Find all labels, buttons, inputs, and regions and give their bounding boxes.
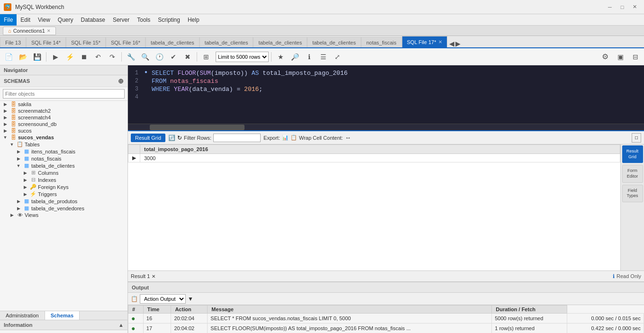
- chevron-icon: ▶: [2, 128, 9, 133]
- schema-name: screensound_db: [18, 121, 56, 127]
- filter-btn[interactable]: 🔎: [288, 50, 301, 63]
- schema-screenmatch2[interactable]: ▶ 🗄 screenmatch2: [0, 108, 127, 114]
- stop-button[interactable]: ⏹: [77, 50, 91, 63]
- doc-tab-8[interactable]: notas_fiscais: [361, 37, 402, 47]
- result-cell-value[interactable]: 3000: [140, 154, 620, 162]
- table-tabela-de-clientes[interactable]: ▼ ▦ tabela_de_clientes: [0, 162, 127, 169]
- output-dropdown-icon[interactable]: ▼: [188, 296, 193, 302]
- menu-database[interactable]: Database: [77, 14, 109, 26]
- result-grid-tab[interactable]: Result Grid: [131, 134, 165, 142]
- menu-view[interactable]: View: [34, 14, 54, 26]
- menu-tools[interactable]: Tools: [133, 14, 154, 26]
- connection-tab-close[interactable]: ✕: [47, 28, 51, 33]
- doc-tab-1[interactable]: SQL File 14*: [26, 37, 66, 47]
- row-selector[interactable]: ▶: [128, 154, 140, 162]
- menu-btn[interactable]: ☰: [317, 50, 330, 63]
- info-btn[interactable]: ℹ: [302, 50, 316, 63]
- maximize-button[interactable]: □: [617, 3, 628, 11]
- close-button[interactable]: ✕: [629, 3, 640, 11]
- schema-filter-input[interactable]: [3, 89, 125, 99]
- table-tabela-de-produtos[interactable]: ▶ ▦ tabela_de_produtos: [0, 198, 127, 205]
- chevron-icon: ▶: [15, 156, 22, 161]
- sql-editor[interactable]: 1 ● SELECT FLOOR(SUM(imposto)) AS total_…: [128, 65, 644, 124]
- admin-tab[interactable]: Administration: [0, 311, 45, 320]
- expand-btn[interactable]: ⤢: [331, 50, 344, 63]
- output-controls: 📋 Action Output ▼: [128, 293, 644, 305]
- redo-button[interactable]: ↷: [106, 50, 119, 63]
- tables-group[interactable]: ▼ 📋 Tables: [0, 141, 127, 148]
- result-tab-close[interactable]: ✕: [152, 274, 155, 279]
- limit-select[interactable]: Limit to 5000 rows: [216, 52, 269, 62]
- tabs-scroll-right[interactable]: ▶: [455, 40, 461, 47]
- execute-single-button[interactable]: ⚡: [63, 50, 76, 63]
- views-group[interactable]: ▶ 👁 Views: [0, 212, 127, 218]
- rollback-button[interactable]: ✖: [181, 50, 194, 63]
- home-icon: ⌂: [8, 28, 11, 34]
- toggle-button[interactable]: ⊞: [200, 50, 213, 63]
- indexes-group[interactable]: ▶ ⊟ Indexes: [0, 176, 127, 183]
- info-collapse-icon[interactable]: ▲: [118, 322, 124, 328]
- table-tabela-de-vendedores[interactable]: ▶ ▦ tabela_de_vendedores: [0, 205, 127, 212]
- doc-tab-6[interactable]: tabela_de_clientes: [253, 37, 307, 47]
- triggers-group[interactable]: ▶ ⚡ Triggers: [0, 190, 127, 198]
- refresh-btn[interactable]: ↻: [177, 135, 182, 141]
- output-type-select[interactable]: Action Output: [140, 294, 186, 304]
- schema-screenmatch4[interactable]: ▶ 🗄 screenmatch4: [0, 114, 127, 121]
- panel-collapse-btn[interactable]: □: [632, 133, 641, 143]
- table-itens-notas-fiscais[interactable]: ▶ ▦ itens_notas_fiscais: [0, 148, 127, 155]
- schema-sucos-vendas[interactable]: ▼ 🗄 sucos_vendas: [0, 134, 127, 141]
- open-button[interactable]: 📂: [16, 50, 29, 63]
- star-button[interactable]: ★: [274, 50, 287, 63]
- new-file-button[interactable]: 📄: [2, 50, 15, 63]
- menu-scripting[interactable]: Scripting: [154, 14, 184, 26]
- schemas-options-icon[interactable]: ⊕: [118, 77, 124, 85]
- field-types-panel-btn[interactable]: FieldTypes: [622, 185, 643, 202]
- menu-query[interactable]: Query: [54, 14, 77, 26]
- layout-btn2[interactable]: ⊟: [629, 50, 642, 63]
- menu-help[interactable]: Help: [184, 14, 203, 26]
- form-editor-panel-btn[interactable]: FormEditor: [622, 165, 643, 182]
- doc-tab-9[interactable]: SQL File 17* ✕: [402, 36, 447, 47]
- doc-tab-0[interactable]: File 13: [0, 37, 26, 47]
- doc-tab-9-close[interactable]: ✕: [438, 39, 442, 45]
- settings-btn[interactable]: ⚙: [599, 50, 612, 63]
- readonly-badge: ℹ Read Only: [613, 273, 641, 279]
- menu-server[interactable]: Server: [109, 14, 133, 26]
- schemas-nav-tab[interactable]: Schemas: [45, 311, 80, 320]
- result-tab-label[interactable]: Result 1: [131, 273, 150, 279]
- result-grid-panel-btn[interactable]: ResultGrid: [622, 145, 643, 163]
- history-button[interactable]: 🕐: [153, 50, 166, 63]
- search-button[interactable]: 🔍: [138, 50, 152, 63]
- result-table: total_imposto_pago_2016 ▶ 3000: [128, 144, 620, 162]
- export-csv-btn[interactable]: 📊: [282, 135, 289, 141]
- export-btn2[interactable]: 📋: [290, 135, 297, 141]
- layout-btn1[interactable]: ▣: [614, 50, 627, 63]
- tabs-scroll-left[interactable]: ◀: [449, 40, 454, 47]
- result-col-header[interactable]: total_imposto_pago_2016: [140, 145, 620, 154]
- doc-tab-3[interactable]: SQL File 16*: [106, 37, 145, 47]
- columns-group[interactable]: ▶ ⊞ Columns: [0, 169, 127, 176]
- save-button[interactable]: 💾: [30, 50, 44, 63]
- schema-screensound-db[interactable]: ▶ 🗄 screensound_db: [0, 121, 127, 127]
- h-scrollbar[interactable]: [128, 124, 644, 130]
- schema-sakila[interactable]: ▶ 🗄 sakila: [0, 101, 127, 108]
- filter-btn[interactable]: 🔃: [168, 135, 175, 141]
- doc-tab-2[interactable]: SQL File 15*: [66, 37, 106, 47]
- output-cell-duration: 0.000 sec / 0.015 sec: [567, 314, 644, 324]
- filter-input[interactable]: [213, 134, 261, 142]
- doc-tab-7[interactable]: tabela_de_clientes: [307, 37, 361, 47]
- commit-button[interactable]: ✔: [167, 50, 180, 63]
- doc-tab-5[interactable]: tabela_de_clientes: [200, 37, 254, 47]
- execute-button[interactable]: ▶: [49, 50, 62, 63]
- connection-tab[interactable]: ⌂ Connections1 ✕: [3, 27, 56, 35]
- table-notas-fiscais[interactable]: ▶ ▦ notas_fiscais: [0, 155, 127, 162]
- menu-edit[interactable]: Edit: [17, 14, 34, 26]
- doc-tab-4[interactable]: tabela_de_clientes: [145, 37, 200, 47]
- menu-file[interactable]: File: [0, 14, 17, 26]
- minimize-button[interactable]: ─: [604, 3, 616, 11]
- format-button[interactable]: 🔧: [124, 50, 137, 63]
- undo-button[interactable]: ↶: [91, 50, 105, 63]
- output-cell-num: 17: [143, 324, 171, 333]
- foreign-keys-group[interactable]: ▶ 🔑 Foreign Keys: [0, 183, 127, 190]
- schema-sucos[interactable]: ▶ 🗄 sucos: [0, 127, 127, 134]
